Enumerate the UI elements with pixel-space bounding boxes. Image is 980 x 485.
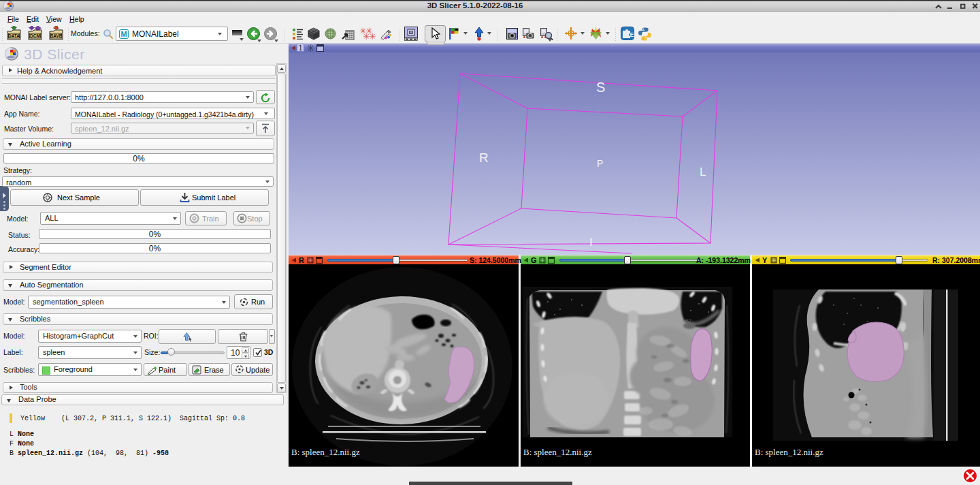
- svg-text:P: P: [597, 158, 603, 169]
- svg-text:DCM: DCM: [30, 33, 40, 38]
- svg-text:M: M: [120, 30, 127, 38]
- svg-text:E: E: [630, 31, 634, 38]
- svg-text:R: R: [479, 151, 489, 165]
- svg-text:H57: H57: [683, 319, 691, 324]
- svg-text:S: S: [596, 80, 605, 95]
- svg-text:SAVE: SAVE: [50, 33, 63, 38]
- svg-text:DATA: DATA: [8, 33, 20, 38]
- svg-text:I: I: [589, 236, 593, 249]
- svg-text:L: L: [700, 166, 706, 178]
